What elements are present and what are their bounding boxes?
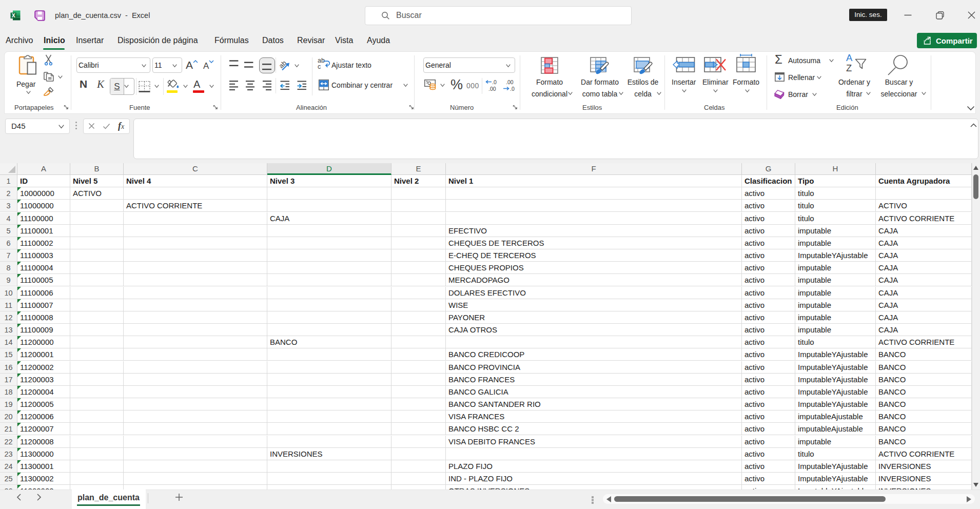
- svg-text:.00: .00: [506, 80, 514, 85]
- svg-text:X: X: [12, 12, 15, 18]
- svg-text:.0: .0: [492, 80, 497, 85]
- svg-text:.0: .0: [510, 86, 515, 92]
- svg-text:.00: .00: [488, 86, 496, 92]
